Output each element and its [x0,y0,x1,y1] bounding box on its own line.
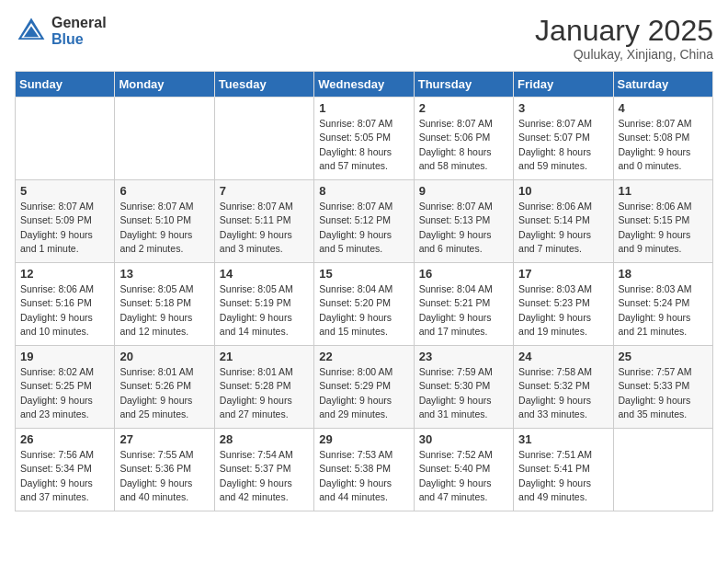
day-number: 27 [119,432,209,446]
day-info: Sunrise: 8:07 AM Sunset: 5:12 PM Dayligh… [319,200,408,256]
calendar-cell [613,429,712,511]
logo-blue-text: Blue [51,31,107,48]
calendar-cell: 11Sunrise: 8:06 AM Sunset: 5:15 PM Dayli… [613,180,712,263]
day-info: Sunrise: 8:03 AM Sunset: 5:23 PM Dayligh… [518,282,608,339]
day-info: Sunrise: 8:06 AM Sunset: 5:15 PM Dayligh… [619,200,708,256]
day-number: 22 [319,350,408,363]
day-number: 17 [518,267,608,281]
day-info: Sunrise: 8:07 AM Sunset: 5:09 PM Dayligh… [20,200,109,256]
day-info: Sunrise: 7:58 AM Sunset: 5:32 PM Dayligh… [518,365,608,421]
weekday-header-thursday: Thursday [414,72,513,98]
calendar-cell: 16Sunrise: 8:04 AM Sunset: 5:21 PM Dayli… [414,263,513,346]
calendar-cell: 24Sunrise: 7:58 AM Sunset: 5:32 PM Dayli… [514,346,613,429]
day-info: Sunrise: 8:06 AM Sunset: 5:16 PM Dayligh… [20,282,109,339]
calendar-cell: 29Sunrise: 7:53 AM Sunset: 5:38 PM Dayli… [314,429,414,511]
calendar-cell [115,98,214,180]
day-info: Sunrise: 8:07 AM Sunset: 5:08 PM Dayligh… [619,117,708,173]
day-info: Sunrise: 8:06 AM Sunset: 5:14 PM Dayligh… [518,200,608,256]
day-info: Sunrise: 8:07 AM Sunset: 5:13 PM Dayligh… [419,200,508,256]
weekday-header-saturday: Saturday [613,72,712,98]
day-number: 9 [419,184,508,198]
day-number: 26 [20,432,109,446]
logo-general-text: General [51,15,107,31]
day-number: 14 [220,267,309,281]
day-number: 19 [20,350,109,363]
day-number: 29 [319,432,408,446]
day-number: 7 [220,184,309,198]
calendar-week-row: 1Sunrise: 8:07 AM Sunset: 5:05 PM Daylig… [16,98,713,180]
calendar-cell: 5Sunrise: 8:07 AM Sunset: 5:09 PM Daylig… [16,180,115,263]
day-info: Sunrise: 8:00 AM Sunset: 5:29 PM Dayligh… [319,365,408,421]
calendar-table: SundayMondayTuesdayWednesdayThursdayFrid… [15,71,713,511]
calendar-cell: 20Sunrise: 8:01 AM Sunset: 5:26 PM Dayli… [115,346,214,429]
calendar-cell: 26Sunrise: 7:56 AM Sunset: 5:34 PM Dayli… [16,429,115,511]
calendar-cell: 4Sunrise: 8:07 AM Sunset: 5:08 PM Daylig… [613,98,712,180]
weekday-header-friday: Friday [514,72,613,98]
logo: General Blue [15,15,107,48]
calendar-cell: 21Sunrise: 8:01 AM Sunset: 5:28 PM Dayli… [214,346,313,429]
day-number: 4 [619,101,708,115]
day-info: Sunrise: 7:56 AM Sunset: 5:34 PM Dayligh… [20,448,109,504]
day-number: 25 [619,350,708,363]
location: Qulukay, Xinjiang, China [535,47,713,62]
day-number: 16 [419,267,508,281]
day-info: Sunrise: 7:51 AM Sunset: 5:41 PM Dayligh… [518,448,608,504]
day-info: Sunrise: 7:54 AM Sunset: 5:37 PM Dayligh… [220,448,309,504]
weekday-header-row: SundayMondayTuesdayWednesdayThursdayFrid… [16,72,713,98]
day-number: 24 [518,350,608,363]
month-title: January 2025 [535,15,713,47]
day-number: 23 [419,350,508,363]
calendar-cell: 9Sunrise: 8:07 AM Sunset: 5:13 PM Daylig… [414,180,513,263]
day-info: Sunrise: 7:52 AM Sunset: 5:40 PM Dayligh… [419,448,508,504]
calendar-cell: 27Sunrise: 7:55 AM Sunset: 5:36 PM Dayli… [115,429,214,511]
day-number: 28 [220,432,309,446]
calendar-cell: 30Sunrise: 7:52 AM Sunset: 5:40 PM Dayli… [414,429,513,511]
day-number: 21 [220,350,309,363]
calendar-cell: 17Sunrise: 8:03 AM Sunset: 5:23 PM Dayli… [514,263,613,346]
day-number: 1 [319,101,408,115]
day-number: 11 [619,184,708,198]
day-number: 6 [119,184,209,198]
day-number: 12 [20,267,109,281]
calendar-cell: 6Sunrise: 8:07 AM Sunset: 5:10 PM Daylig… [115,180,214,263]
day-number: 31 [518,432,608,446]
day-info: Sunrise: 7:57 AM Sunset: 5:33 PM Dayligh… [619,365,708,421]
calendar-cell: 7Sunrise: 8:07 AM Sunset: 5:11 PM Daylig… [214,180,313,263]
calendar-cell: 31Sunrise: 7:51 AM Sunset: 5:41 PM Dayli… [514,429,613,511]
logo-icon [15,15,48,48]
logo-text: General Blue [51,15,107,47]
day-number: 10 [518,184,608,198]
day-info: Sunrise: 8:01 AM Sunset: 5:28 PM Dayligh… [220,365,309,421]
calendar-body: 1Sunrise: 8:07 AM Sunset: 5:05 PM Daylig… [16,98,713,511]
day-info: Sunrise: 8:04 AM Sunset: 5:21 PM Dayligh… [419,282,508,339]
calendar-cell: 23Sunrise: 7:59 AM Sunset: 5:30 PM Dayli… [414,346,513,429]
calendar-cell: 28Sunrise: 7:54 AM Sunset: 5:37 PM Dayli… [214,429,313,511]
title-block: January 2025 Qulukay, Xinjiang, China [535,15,713,62]
calendar-cell: 12Sunrise: 8:06 AM Sunset: 5:16 PM Dayli… [16,263,115,346]
day-number: 5 [20,184,109,198]
calendar-week-row: 19Sunrise: 8:02 AM Sunset: 5:25 PM Dayli… [16,346,713,429]
day-number: 30 [419,432,508,446]
calendar-cell [214,98,313,180]
calendar-week-row: 12Sunrise: 8:06 AM Sunset: 5:16 PM Dayli… [16,263,713,346]
day-info: Sunrise: 8:07 AM Sunset: 5:10 PM Dayligh… [119,200,209,256]
day-number: 15 [319,267,408,281]
calendar-cell: 15Sunrise: 8:04 AM Sunset: 5:20 PM Dayli… [314,263,414,346]
day-info: Sunrise: 8:02 AM Sunset: 5:25 PM Dayligh… [20,365,109,421]
calendar-cell: 19Sunrise: 8:02 AM Sunset: 5:25 PM Dayli… [16,346,115,429]
day-info: Sunrise: 8:05 AM Sunset: 5:18 PM Dayligh… [119,282,209,339]
day-info: Sunrise: 8:07 AM Sunset: 5:11 PM Dayligh… [220,200,309,256]
day-number: 20 [119,350,209,363]
calendar-cell: 22Sunrise: 8:00 AM Sunset: 5:29 PM Dayli… [314,346,414,429]
day-info: Sunrise: 7:59 AM Sunset: 5:30 PM Dayligh… [419,365,508,421]
weekday-header-wednesday: Wednesday [314,72,414,98]
calendar-cell: 8Sunrise: 8:07 AM Sunset: 5:12 PM Daylig… [314,180,414,263]
weekday-header-tuesday: Tuesday [214,72,313,98]
day-number: 13 [119,267,209,281]
day-number: 18 [619,267,708,281]
calendar-cell [16,98,115,180]
day-info: Sunrise: 7:55 AM Sunset: 5:36 PM Dayligh… [119,448,209,504]
day-info: Sunrise: 8:03 AM Sunset: 5:24 PM Dayligh… [619,282,708,339]
day-number: 3 [518,101,608,115]
calendar-cell: 14Sunrise: 8:05 AM Sunset: 5:19 PM Dayli… [214,263,313,346]
